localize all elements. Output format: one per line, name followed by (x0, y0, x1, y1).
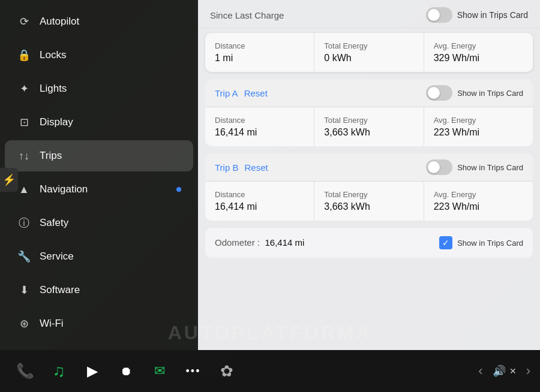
autopilot-label: Autopilot (40, 16, 181, 28)
trip-a-avg-cell: Avg. Energy 223 Wh/mi (424, 107, 533, 146)
slc-distance-value: 1 mi (215, 53, 304, 64)
media-controls: ‹ 🔊 ✕ › (478, 363, 530, 379)
sidebar-item-navigation[interactable]: ▲Navigation (5, 174, 193, 205)
since-last-charge-title: Since Last Charge (210, 10, 284, 20)
navigation-label: Navigation (40, 183, 166, 195)
trip-a-stats: Distance 16,414 mi Total Energy 3,663 kW… (205, 107, 533, 146)
odometer-label: Odometer : (215, 237, 260, 248)
lights-icon: ✦ (17, 82, 31, 96)
trip-b-energy-cell: Total Energy 3,663 kWh (314, 182, 423, 221)
more-icon[interactable]: ••• (178, 355, 209, 387)
sidebar-item-locks[interactable]: 🔒Locks (5, 40, 193, 71)
fan-icon[interactable]: ✿ (211, 355, 242, 387)
sidebar-item-safety[interactable]: ⓘSafety (5, 207, 193, 239)
slc-distance-label: Distance (215, 41, 304, 50)
phone-icon[interactable]: 📞 (10, 355, 41, 387)
software-icon: ⬇ (17, 283, 31, 297)
trip-a-avg-label: Avg. Energy (434, 116, 523, 125)
trip-b-stats: Distance 16,414 mi Total Energy 3,663 kW… (205, 182, 533, 221)
trip-a-distance-cell: Distance 16,414 mi (205, 107, 314, 146)
trip-a-section: Trip A Reset Show in Trips Card Distance… (205, 79, 533, 146)
trip-b-avg-cell: Avg. Energy 223 Wh/mi (424, 182, 533, 221)
prev-track-button[interactable]: ‹ (478, 363, 482, 379)
trip-a-energy-value: 3,663 kWh (324, 127, 413, 138)
left-charge-badge: ⚡ (0, 168, 18, 192)
trip-b-show-toggle-row: Show in Trips Card (426, 159, 523, 175)
slc-avg-cell: Avg. Energy 329 Wh/mi (424, 33, 533, 72)
trips-label: Trips (40, 150, 181, 162)
lights-label: Lights (40, 83, 181, 95)
since-last-charge-stats: Distance 1 mi Total Energy 0 kWh Avg. En… (205, 33, 533, 72)
next-track-button[interactable]: › (526, 363, 530, 379)
odometer-row: Odometer : 16,414 mi ✓ Show in Trips Car… (205, 228, 533, 258)
navigation-dot-indicator (176, 187, 181, 192)
safety-icon: ⓘ (17, 216, 31, 230)
sidebar-item-autopilot[interactable]: ⟳Autopilot (5, 6, 193, 37)
messages-icon[interactable]: ✉ (144, 355, 175, 387)
taskbar: 📞 ♫ ▶ ⏺ ✉ ••• ✿ ‹ 🔊 ✕ › (0, 350, 540, 392)
slc-avg-label: Avg. Energy (434, 41, 523, 50)
wifi-label: Wi-Fi (40, 318, 181, 330)
volume-icon: 🔊 (493, 364, 506, 378)
trip-b-toggle-label: Show in Trips Card (457, 163, 523, 172)
spotify-icon[interactable]: ♫ (43, 355, 74, 387)
trip-b-avg-value: 223 Wh/mi (434, 201, 523, 212)
since-last-charge-toggle[interactable] (426, 7, 452, 23)
trip-b-reset-button[interactable]: Reset (244, 162, 268, 173)
sidebar-item-trips[interactable]: ↑↓Trips (5, 140, 193, 171)
trip-b-energy-value: 3,663 kWh (324, 201, 413, 212)
service-icon: 🔧 (17, 249, 31, 264)
trip-a-energy-cell: Total Energy 3,663 kWh (314, 107, 423, 146)
trip-b-label: Trip B (215, 162, 238, 173)
safety-label: Safety (40, 217, 181, 229)
odometer-toggle-label: Show in Trips Card (457, 239, 523, 248)
volume-mute-icon[interactable]: ✕ (509, 366, 517, 376)
sidebar-item-display[interactable]: ⊡Display (5, 107, 193, 138)
trip-a-avg-value: 223 Wh/mi (434, 127, 523, 138)
trip-a-energy-label: Total Energy (324, 116, 413, 125)
software-label: Software (40, 284, 181, 296)
trip-a-toggle[interactable] (426, 85, 452, 101)
autopilot-icon: ⟳ (17, 14, 31, 29)
wifi-icon: ⊛ (17, 316, 31, 331)
trip-a-distance-label: Distance (215, 116, 304, 125)
trips-icon: ↑↓ (17, 149, 31, 163)
trip-b-distance-value: 16,414 mi (215, 201, 304, 212)
trip-a-distance-value: 16,414 mi (215, 127, 304, 138)
locks-icon: 🔒 (17, 48, 31, 62)
lightning-icon: ⚡ (2, 173, 16, 186)
sidebar-item-lights[interactable]: ✦Lights (5, 73, 193, 104)
trip-a-toggle-label: Show in Trips Card (457, 89, 523, 98)
odometer-value: 16,414 mi (265, 237, 304, 248)
camera-icon[interactable]: ⏺ (110, 355, 142, 387)
sidebar-item-service[interactable]: 🔧Service (5, 241, 193, 272)
trip-a-show-toggle-row: Show in Trips Card (426, 85, 523, 101)
trip-a-reset-button[interactable]: Reset (244, 88, 268, 98)
slc-avg-value: 329 Wh/mi (434, 53, 523, 64)
slc-energy-value: 0 kWh (324, 53, 413, 64)
trip-b-distance-label: Distance (215, 190, 304, 199)
trip-b-header: Trip B Reset Show in Trips Card (205, 153, 533, 182)
trip-a-label: Trip A (215, 88, 238, 98)
service-label: Service (40, 251, 181, 263)
locks-label: Locks (40, 49, 181, 61)
odometer-label-group: Odometer : 16,414 mi (215, 237, 304, 248)
slc-distance-cell: Distance 1 mi (205, 33, 314, 72)
trip-b-distance-cell: Distance 16,414 mi (205, 182, 314, 221)
main-panel: Since Last Charge Show in Trips Card Dis… (198, 0, 540, 350)
sidebar: ⟳Autopilot🔒Locks✦Lights⊡Display↑↓Trips▲N… (0, 0, 198, 350)
sidebar-item-wifi[interactable]: ⊛Wi-Fi (5, 308, 193, 339)
since-last-charge-toggle-label: Show in Trips Card (457, 10, 528, 20)
trip-a-header: Trip A Reset Show in Trips Card (205, 79, 533, 107)
volume-row: 🔊 ✕ (493, 364, 517, 378)
media-player-icon[interactable]: ▶ (77, 355, 108, 387)
display-icon: ⊡ (17, 115, 31, 129)
since-last-charge-toggle-row: Show in Trips Card (426, 7, 528, 23)
since-last-charge-header: Since Last Charge Show in Trips Card (198, 0, 540, 28)
slc-energy-cell: Total Energy 0 kWh (314, 33, 423, 72)
odometer-checkbox[interactable]: ✓ (439, 236, 452, 249)
odometer-toggle-row: ✓ Show in Trips Card (439, 236, 523, 249)
trip-b-avg-label: Avg. Energy (434, 190, 523, 199)
trip-b-toggle[interactable] (426, 159, 452, 175)
sidebar-item-software[interactable]: ⬇Software (5, 275, 193, 306)
